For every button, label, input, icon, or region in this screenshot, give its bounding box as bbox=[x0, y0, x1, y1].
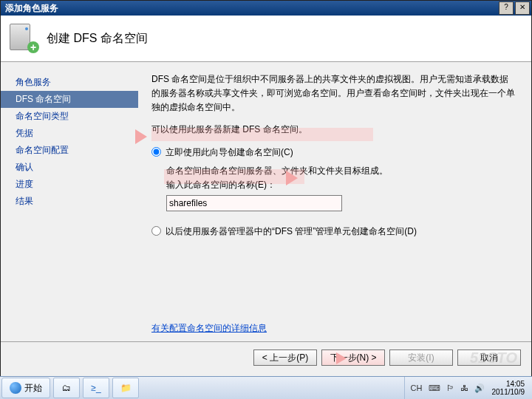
option-create-later[interactable]: 以后使用服务器管理器中的“DFS 管理”管理单元创建命名空间(D) bbox=[151, 225, 515, 239]
server-add-icon: + bbox=[10, 24, 39, 53]
window-title: 添加角色服务 bbox=[2, 2, 58, 15]
clock-date: 2011/10/9 bbox=[492, 388, 525, 396]
install-button[interactable]: 安装(I) bbox=[389, 349, 453, 366]
taskbar-clock[interactable]: 14:05 2011/10/9 bbox=[488, 380, 530, 396]
nav-credentials[interactable]: 凭据 bbox=[1, 125, 138, 142]
tray-flag-icon[interactable]: 🏳 bbox=[443, 383, 457, 392]
quicklaunch-explorer[interactable]: 🗂 bbox=[53, 378, 80, 398]
language-indicator[interactable]: CH bbox=[408, 383, 426, 392]
help-button[interactable]: ? bbox=[499, 1, 514, 15]
more-info-link[interactable]: 有关配置命名空间的详细信息 bbox=[151, 321, 267, 335]
arrow-icon bbox=[286, 171, 298, 185]
nav-result[interactable]: 结果 bbox=[1, 193, 138, 210]
nav-namespace-config[interactable]: 命名空间配置 bbox=[1, 142, 138, 159]
arrow-icon bbox=[135, 129, 147, 144]
nav-dfs-namespace[interactable]: DFS 命名空间 bbox=[1, 91, 138, 108]
clock-time: 14:05 bbox=[492, 380, 525, 388]
quicklaunch-folder[interactable]: 📁 bbox=[112, 378, 139, 398]
wizard-footer: < 上一步(P) 下一步(N) > 安装(I) 取消 bbox=[1, 341, 531, 373]
option-create-now[interactable]: 立即使用此向导创建命名空间(C) bbox=[151, 146, 515, 160]
namespace-name-input[interactable] bbox=[166, 195, 342, 211]
opt1-desc: 命名空间由命名空间服务器、文件夹和文件夹目标组成。 bbox=[166, 164, 515, 178]
nav-role-services[interactable]: 角色服务 bbox=[1, 74, 138, 91]
next-button[interactable]: 下一步(N) > bbox=[321, 349, 385, 366]
nav-namespace-type[interactable]: 命名空间类型 bbox=[1, 108, 138, 125]
nav-progress[interactable]: 进度 bbox=[1, 176, 138, 193]
taskbar: 开始 🗂 ≥_ 📁 CH ⌨ 🏳 🖧 🔊 14:05 2011/10/9 bbox=[0, 376, 532, 399]
wizard-header: + 创建 DFS 命名空间 bbox=[1, 16, 531, 62]
name-label: 输入此命名空间的名称(E)： bbox=[166, 178, 515, 192]
arrow-icon bbox=[336, 352, 347, 364]
shell-icon: ≥_ bbox=[91, 383, 100, 393]
system-tray: CH ⌨ 🏳 🖧 🔊 14:05 2011/10/9 bbox=[404, 377, 532, 399]
cancel-button[interactable]: 取消 bbox=[457, 349, 521, 366]
previous-button[interactable]: < 上一步(P) bbox=[253, 349, 317, 366]
wizard-steps-nav: 角色服务 DFS 命名空间 命名空间类型 凭据 命名空间配置 确认 进度 结果 bbox=[1, 62, 138, 341]
start-button[interactable]: 开始 bbox=[1, 378, 50, 398]
radio-create-later[interactable] bbox=[151, 226, 161, 236]
tray-network-icon[interactable]: 🖧 bbox=[457, 383, 471, 392]
sub-description: 可以使用此服务器新建 DFS 命名空间。 bbox=[151, 123, 515, 137]
radio-create-now[interactable] bbox=[151, 147, 161, 157]
windows-orb-icon bbox=[10, 382, 21, 394]
titlebar: 添加角色服务 ? ✕ bbox=[1, 1, 531, 16]
folder-icon: 📁 bbox=[120, 383, 132, 393]
wizard-dialog: 添加角色服务 ? ✕ + 创建 DFS 命名空间 角色服务 DFS 命名空间 命… bbox=[0, 0, 532, 377]
wizard-content: DFS 命名空间是位于组织中不同服务器上的共享文件夹的虚拟视图。用户无需知道承载… bbox=[138, 62, 531, 341]
quicklaunch-powershell[interactable]: ≥_ bbox=[83, 378, 109, 398]
description-text: DFS 命名空间是位于组织中不同服务器上的共享文件夹的虚拟视图。用户无需知道承载… bbox=[151, 72, 515, 115]
page-title: 创建 DFS 命名空间 bbox=[47, 31, 148, 47]
close-button[interactable]: ✕ bbox=[515, 1, 530, 15]
radio-create-later-label: 以后使用服务器管理器中的“DFS 管理”管理单元创建命名空间(D) bbox=[166, 225, 417, 239]
folders-icon: 🗂 bbox=[62, 383, 71, 393]
radio-create-now-label: 立即使用此向导创建命名空间(C) bbox=[166, 146, 293, 160]
nav-confirm[interactable]: 确认 bbox=[1, 159, 138, 176]
start-label: 开始 bbox=[24, 382, 42, 395]
tray-keyboard-icon[interactable]: ⌨ bbox=[426, 383, 443, 393]
tray-sound-icon[interactable]: 🔊 bbox=[471, 383, 488, 393]
